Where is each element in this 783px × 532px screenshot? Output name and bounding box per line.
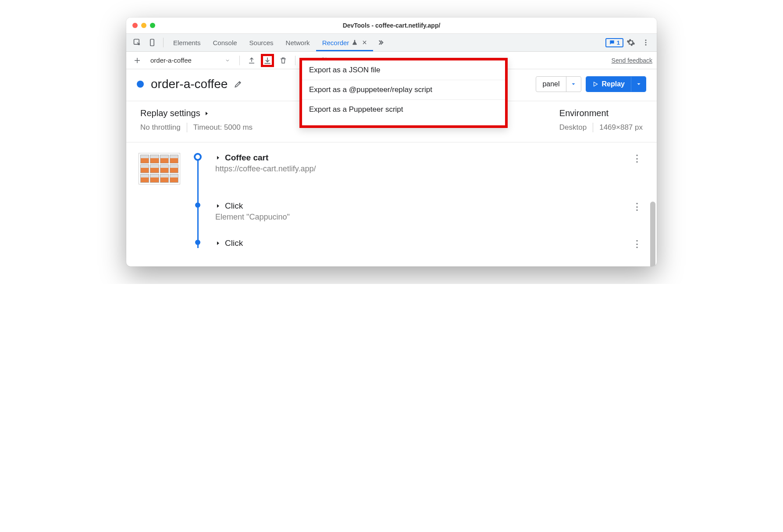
titlebar: DevTools - coffee-cart.netlify.app/: [126, 18, 657, 33]
tab-label: Sources: [249, 39, 274, 46]
timeline-node-icon: [194, 153, 202, 161]
replay-settings-heading[interactable]: Replay settings: [140, 108, 253, 118]
dimensions-value: 1469×887 px: [599, 123, 643, 132]
tab-network[interactable]: Network: [280, 34, 316, 51]
step-thumbnail: [139, 153, 180, 184]
timeline-node-icon: [195, 240, 200, 245]
divider: [163, 38, 164, 47]
device-icon[interactable]: [145, 35, 160, 50]
divider: [239, 56, 240, 65]
recording-name: order-a-coffee: [150, 57, 192, 64]
divider: [187, 123, 187, 132]
svg-point-4: [645, 44, 647, 46]
export-menu: Export as a JSON file Export as a @puppe…: [299, 58, 508, 128]
add-icon[interactable]: [131, 54, 144, 67]
timeline: [192, 201, 203, 222]
timeline: [192, 153, 203, 184]
panel-button-label: panel: [536, 77, 566, 92]
environment-label: Environment: [559, 108, 609, 118]
window-title: DevTools - coffee-cart.netlify.app/: [126, 22, 657, 29]
divider: [295, 56, 295, 65]
messages-count: 1: [617, 39, 620, 46]
svg-point-3: [645, 42, 647, 43]
timeline: [192, 238, 203, 256]
steps-list: Coffee cart https://coffee-cart.netlify.…: [126, 142, 657, 266]
panel-split-button[interactable]: panel: [536, 76, 581, 92]
step-kebab-icon[interactable]: ⋮: [630, 153, 644, 164]
tab-label: Elements: [173, 39, 201, 46]
inspect-icon[interactable]: [130, 35, 145, 50]
chevron-right-icon: [215, 203, 221, 209]
play-icon: [592, 81, 598, 87]
step-kebab-icon[interactable]: ⋮: [630, 238, 644, 250]
replay-split-button[interactable]: Replay: [586, 76, 646, 92]
tab-console[interactable]: Console: [207, 34, 243, 51]
edit-icon[interactable]: [234, 80, 242, 89]
timeline-node-icon: [195, 202, 200, 208]
import-icon[interactable]: [261, 54, 274, 67]
export-puppeteer-replay-item[interactable]: Export as a @puppeteer/replay script: [302, 80, 505, 100]
step-row: Coffee cart https://coffee-cart.netlify.…: [139, 153, 644, 184]
step-title: Click: [225, 201, 243, 211]
delete-icon[interactable]: [277, 54, 290, 67]
chevron-right-icon: [215, 241, 221, 246]
tab-sources[interactable]: Sources: [243, 34, 280, 51]
export-json-item[interactable]: Export as a JSON file: [302, 60, 505, 80]
recording-title: order-a-coffee: [151, 77, 228, 91]
more-tabs-icon[interactable]: [373, 35, 388, 50]
kebab-icon[interactable]: [638, 35, 653, 50]
step-title: Coffee cart: [225, 153, 268, 163]
flask-icon: [352, 39, 358, 46]
step-title: Click: [225, 238, 243, 248]
step-row: Click ⋮: [139, 238, 644, 256]
messages-badge[interactable]: 1: [605, 38, 623, 47]
chevron-down-icon[interactable]: [631, 77, 646, 92]
replay-settings-label: Replay settings: [140, 108, 200, 118]
tab-label: Recorder: [322, 39, 349, 46]
step-title-row[interactable]: Click: [215, 201, 617, 211]
close-tab-icon[interactable]: ×: [362, 38, 367, 47]
environment-heading: Environment: [559, 108, 643, 118]
send-feedback-link[interactable]: Send feedback: [612, 57, 652, 64]
tab-label: Console: [213, 39, 237, 46]
recording-header: order-a-coffee panel Replay: [126, 69, 657, 101]
step-subtitle: https://coffee-cart.netlify.app/: [215, 164, 617, 174]
svg-rect-1: [150, 39, 154, 46]
tab-recorder[interactable]: Recorder ×: [316, 34, 373, 51]
replay-button-label: Replay: [602, 80, 625, 88]
timeout-value: Timeout: 5000 ms: [193, 123, 253, 132]
device-value: Desktop: [559, 123, 587, 132]
step-title-row[interactable]: Coffee cart: [215, 153, 617, 163]
chevron-right-icon: [204, 111, 209, 116]
recording-dropdown[interactable]: order-a-coffee: [146, 54, 234, 67]
chevron-right-icon: [215, 155, 221, 160]
message-icon: [609, 39, 615, 46]
devtools-tabbar: Elements Console Sources Network Recorde…: [126, 33, 657, 52]
export-icon[interactable]: [245, 54, 258, 67]
tab-label: Network: [286, 39, 310, 46]
step-title-row[interactable]: Click: [215, 238, 617, 248]
scrollbar[interactable]: [650, 202, 655, 266]
divider: [593, 123, 593, 132]
settings-icon[interactable]: [623, 35, 638, 50]
step-kebab-icon[interactable]: ⋮: [630, 201, 644, 213]
chevron-down-icon[interactable]: [566, 77, 581, 92]
record-indicator-icon: [137, 81, 144, 88]
step-subtitle: Element "Cappucino": [215, 213, 617, 222]
devtools-window: DevTools - coffee-cart.netlify.app/ Elem…: [126, 18, 657, 266]
svg-point-2: [645, 39, 647, 41]
chevron-down-icon: [225, 58, 230, 63]
step-row: Click Element "Cappucino" ⋮: [139, 201, 644, 222]
export-puppeteer-item[interactable]: Export as a Puppeteer script: [302, 100, 505, 125]
throttling-value: No throttling: [140, 123, 181, 132]
tab-elements[interactable]: Elements: [167, 34, 207, 51]
